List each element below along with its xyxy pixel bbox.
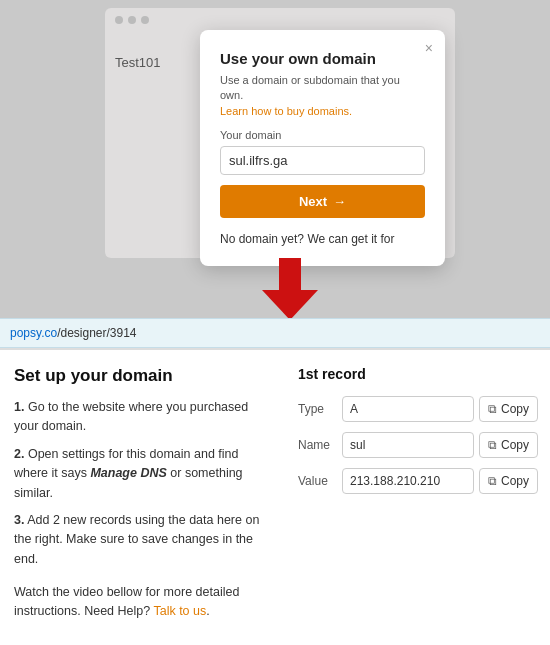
watch-text: Watch the video bellow for more detailed… [14, 583, 274, 621]
url-path: /designer/3914 [57, 326, 136, 340]
copy-value-button[interactable]: ⧉ Copy [479, 468, 538, 494]
modal-subtitle: Use a domain or subdomain that you own. … [220, 73, 425, 119]
bottom-panel: Set up your domain 1. Go to the website … [0, 348, 550, 645]
instructions-list: 1. Go to the website where you purchased… [14, 398, 274, 569]
step-italic-2: Manage DNS [90, 466, 166, 480]
card-toolbar [105, 8, 455, 32]
copy-name-button[interactable]: ⧉ Copy [479, 432, 538, 458]
arrow-shaft [279, 258, 301, 290]
type-label: Type [298, 402, 342, 416]
record-row-value: Value 213.188.210.210 ⧉ Copy [298, 468, 538, 494]
records-panel: 1st record Type A ⧉ Copy Name sul ⧉ Copy… [290, 350, 550, 645]
period: . [206, 604, 209, 618]
next-button-label: Next [299, 194, 327, 209]
name-value: sul [342, 432, 474, 458]
step-text-1: Go to the website where you purchased yo… [14, 400, 248, 433]
copy-icon: ⧉ [488, 402, 497, 416]
url-highlight: popsy.co [10, 326, 57, 340]
modal-bottom-text: No domain yet? We can get it for [220, 232, 425, 246]
copy-type-button[interactable]: ⧉ Copy [479, 396, 538, 422]
talk-link[interactable]: Talk to us [153, 604, 206, 618]
copy-icon-3: ⧉ [488, 474, 497, 488]
step-num-2: 2. [14, 447, 24, 461]
record-row-name: Name sul ⧉ Copy [298, 432, 538, 458]
dot-2 [128, 16, 136, 24]
copy-type-label: Copy [501, 402, 529, 416]
modal-title: Use your own domain [220, 50, 425, 67]
arrow-head [262, 290, 318, 320]
value-label: Value [298, 474, 342, 488]
close-button[interactable]: × [425, 40, 433, 56]
list-item: 2. Open settings for this domain and fin… [14, 445, 274, 503]
record-title: 1st record [298, 366, 538, 382]
step-num-1: 1. [14, 400, 24, 414]
instructions-panel: Set up your domain 1. Go to the website … [0, 350, 290, 645]
copy-value-label: Copy [501, 474, 529, 488]
name-label: Name [298, 438, 342, 452]
modal: × Use your own domain Use a domain or su… [200, 30, 445, 266]
arrow-right-icon: → [333, 194, 346, 209]
type-value: A [342, 396, 474, 422]
dot-3 [141, 16, 149, 24]
step-num-3: 3. [14, 513, 24, 527]
step-text-3: Add 2 new records using the data here on… [14, 513, 259, 566]
value-value: 213.188.210.210 [342, 468, 474, 494]
domain-input[interactable] [220, 146, 425, 175]
list-item: 3. Add 2 new records using the data here… [14, 511, 274, 569]
instructions-title: Set up your domain [14, 366, 274, 386]
learn-link[interactable]: Learn how to buy domains. [220, 105, 352, 117]
dot-1 [115, 16, 123, 24]
list-item: 1. Go to the website where you purchased… [14, 398, 274, 437]
card-label: Test101 [115, 55, 161, 70]
url-text: popsy.co/designer/3914 [10, 326, 137, 340]
modal-subtitle-text: Use a domain or subdomain that you own. [220, 74, 400, 101]
domain-label: Your domain [220, 129, 425, 141]
copy-icon-2: ⧉ [488, 438, 497, 452]
copy-name-label: Copy [501, 438, 529, 452]
url-bar: popsy.co/designer/3914 [0, 318, 550, 348]
record-row-type: Type A ⧉ Copy [298, 396, 538, 422]
next-button[interactable]: Next → [220, 185, 425, 218]
